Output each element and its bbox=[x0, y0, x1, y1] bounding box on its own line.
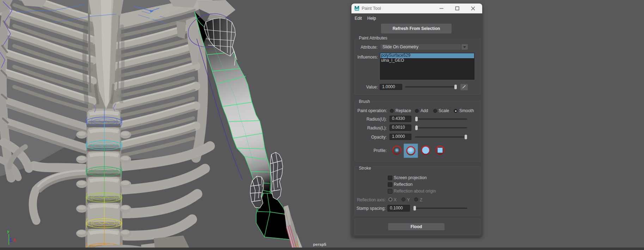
svg-text:z: z bbox=[10, 237, 12, 241]
svg-text:persp5: persp5 bbox=[313, 242, 326, 246]
svg-text:y: y bbox=[7, 229, 10, 233]
svg-text:x: x bbox=[13, 237, 16, 241]
